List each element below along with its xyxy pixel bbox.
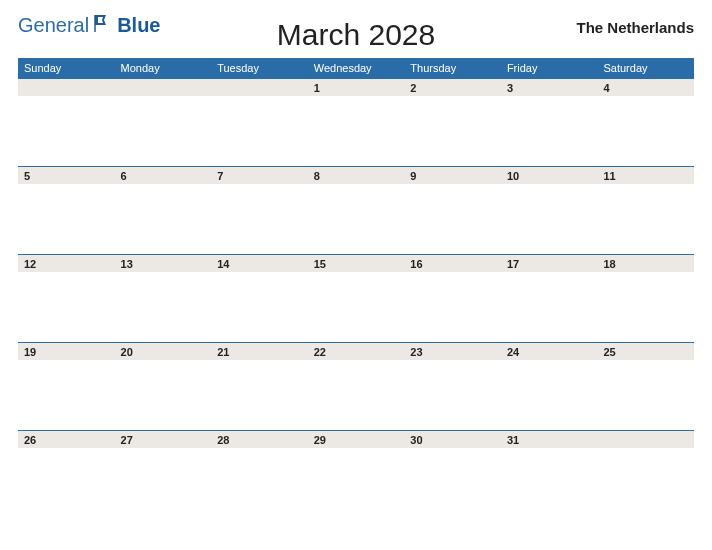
date-cell: 28 xyxy=(211,434,308,446)
day-header-fri: Friday xyxy=(501,62,598,74)
header: General Blue March 2028 The Netherlands xyxy=(18,12,694,38)
day-header-sun: Sunday xyxy=(18,62,115,74)
date-row: 5 6 7 8 9 10 11 xyxy=(18,166,694,184)
date-cell: 1 xyxy=(308,82,405,94)
date-cell: 14 xyxy=(211,258,308,270)
date-cell: 16 xyxy=(404,258,501,270)
week-body xyxy=(18,448,694,518)
date-cell: 26 xyxy=(18,434,115,446)
date-cell: 19 xyxy=(18,346,115,358)
date-cell: 13 xyxy=(115,258,212,270)
flag-icon xyxy=(93,12,115,38)
date-cell: 29 xyxy=(308,434,405,446)
day-header-mon: Monday xyxy=(115,62,212,74)
date-cell: 15 xyxy=(308,258,405,270)
date-cell: 31 xyxy=(501,434,598,446)
week-body xyxy=(18,96,694,166)
region-label: The Netherlands xyxy=(576,19,694,36)
week-body xyxy=(18,272,694,342)
week-body xyxy=(18,360,694,430)
date-cell: 24 xyxy=(501,346,598,358)
date-cell: 7 xyxy=(211,170,308,182)
day-header-sat: Saturday xyxy=(597,62,694,74)
logo-text-blue: Blue xyxy=(117,14,160,37)
date-cell: 20 xyxy=(115,346,212,358)
week-row: 26 27 28 29 30 31 xyxy=(18,430,694,518)
date-row: 19 20 21 22 23 24 25 xyxy=(18,342,694,360)
date-cell: 11 xyxy=(597,170,694,182)
date-row: 12 13 14 15 16 17 18 xyxy=(18,254,694,272)
day-header-wed: Wednesday xyxy=(308,62,405,74)
date-cell: 3 xyxy=(501,82,598,94)
date-cell: 18 xyxy=(597,258,694,270)
date-cell: 17 xyxy=(501,258,598,270)
week-row: 5 6 7 8 9 10 11 xyxy=(18,166,694,254)
date-cell: 6 xyxy=(115,170,212,182)
date-row: 26 27 28 29 30 31 xyxy=(18,430,694,448)
date-cell: 12 xyxy=(18,258,115,270)
week-row: 12 13 14 15 16 17 18 xyxy=(18,254,694,342)
date-cell: 9 xyxy=(404,170,501,182)
week-row: 19 20 21 22 23 24 25 xyxy=(18,342,694,430)
date-cell: 2 xyxy=(404,82,501,94)
day-header-thu: Thursday xyxy=(404,62,501,74)
date-cell: 21 xyxy=(211,346,308,358)
calendar: Sunday Monday Tuesday Wednesday Thursday… xyxy=(18,58,694,518)
week-row: 1 2 3 4 xyxy=(18,78,694,166)
logo-text-general: General xyxy=(18,14,89,37)
date-cell: 27 xyxy=(115,434,212,446)
week-body xyxy=(18,184,694,254)
date-cell: 22 xyxy=(308,346,405,358)
date-cell: 4 xyxy=(597,82,694,94)
date-cell: 5 xyxy=(18,170,115,182)
date-row: 1 2 3 4 xyxy=(18,78,694,96)
day-header-tue: Tuesday xyxy=(211,62,308,74)
date-cell: 10 xyxy=(501,170,598,182)
date-cell: 30 xyxy=(404,434,501,446)
date-cell: 23 xyxy=(404,346,501,358)
logo: General Blue xyxy=(18,12,161,38)
day-headers-row: Sunday Monday Tuesday Wednesday Thursday… xyxy=(18,58,694,78)
date-cell: 25 xyxy=(597,346,694,358)
page-title: March 2028 xyxy=(277,18,435,52)
date-cell: 8 xyxy=(308,170,405,182)
